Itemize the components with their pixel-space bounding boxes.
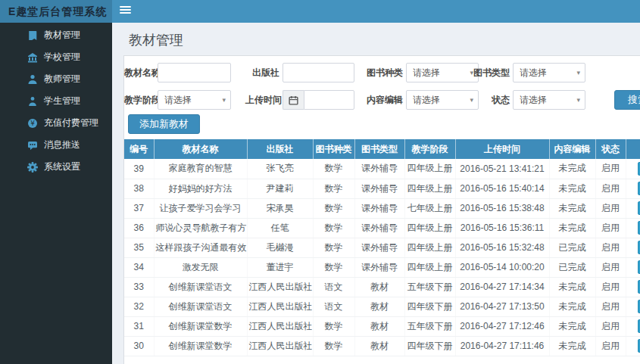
cell-status: 启用 — [595, 336, 626, 356]
cell-book-type: 课外辅导 — [354, 159, 404, 179]
textbook-table: 编号教材名称出版社图书种类图书类型教学阶段上传时间内容编辑状态 39 家庭教育的… — [124, 139, 640, 356]
cell-status: 启用 — [595, 238, 626, 257]
cell-upload-time: 2016-05-16 15:32:48 — [455, 238, 549, 257]
row-action-button[interactable] — [638, 260, 640, 274]
table-header-cell: 图书种类 — [313, 139, 354, 159]
cell-content-editor: 未完成 — [549, 297, 595, 316]
cell-publisher: 江西人民出版社 — [247, 297, 313, 316]
cell-content-editor: 未完成 — [549, 159, 595, 179]
sidebar: 教材管理 学校管理 教师管理 学生管理 — [0, 23, 112, 364]
cell-book-category: 数学 — [313, 257, 354, 277]
cell-publisher: 任笔 — [247, 218, 313, 238]
cell-book-category: 数学 — [313, 159, 354, 179]
add-textbook-button[interactable]: 添加新教材 — [128, 114, 200, 134]
book-category-select[interactable]: 请选择 ▾ — [406, 63, 479, 82]
content-editor-select[interactable]: 请选择 ▾ — [406, 90, 479, 110]
cell-book-type: 教材 — [354, 316, 404, 336]
cell-upload-time: 2016-05-21 13:41:21 — [455, 159, 549, 179]
table-row: 31 创维新课堂数学 江西人民出版社 数学 教材 五年级下册 2016-04-2… — [124, 316, 640, 336]
status-select[interactable]: 请选择 ▾ — [513, 90, 585, 110]
cell-actions — [626, 297, 640, 316]
cell-textbook-name: 创维新课堂数学 — [154, 336, 247, 356]
sidebar-menu: 教材管理 学校管理 教师管理 学生管理 — [0, 23, 112, 178]
cell-status: 启用 — [595, 198, 626, 218]
cell-actions — [626, 159, 640, 179]
settings-icon — [27, 162, 39, 173]
cell-upload-time: 2016-04-27 17:11:46 — [455, 336, 549, 356]
filter-group-teaching-stage: 教学阶段 请选择 ▾ — [124, 90, 231, 110]
sidebar-item-teacher-management[interactable]: 教师管理 — [0, 68, 112, 90]
chevron-down-icon: ▾ — [576, 91, 580, 109]
cell-actions — [626, 218, 640, 238]
cell-status: 启用 — [595, 179, 626, 198]
row-action-button[interactable] — [638, 339, 640, 353]
search-button[interactable]: 搜索 — [614, 90, 640, 110]
filter-group-textbook-name: 教材名称 — [124, 63, 231, 82]
cell-actions — [626, 198, 640, 218]
cell-teaching-stage: 四年级上册 — [404, 179, 455, 198]
filter-group-publisher: 出版社 — [245, 63, 354, 82]
cell-id: 32 — [124, 297, 154, 316]
row-action-button[interactable] — [638, 162, 640, 176]
cell-teaching-stage: 四年级上册 — [404, 257, 455, 277]
cell-content-editor: 未完成 — [549, 316, 595, 336]
cell-id: 35 — [124, 238, 154, 257]
cell-upload-time: 2016-05-16 15:40:14 — [455, 179, 549, 198]
filter-group-upload-time: 上传时间 — [245, 90, 354, 110]
table-header-cell: 内容编辑 — [549, 139, 595, 159]
page-title: 教材管理 — [129, 31, 183, 49]
cell-textbook-name: 创维新课堂语文 — [154, 277, 247, 297]
cell-book-type: 教材 — [354, 336, 404, 356]
calendar-icon[interactable] — [283, 90, 304, 110]
cell-id: 34 — [124, 257, 154, 277]
sidebar-item-school-management[interactable]: 学校管理 — [0, 46, 112, 68]
teaching-stage-value: 请选择 — [164, 95, 192, 105]
cell-upload-time: 2016-05-16 15:38:48 — [455, 198, 549, 218]
hamburger-icon[interactable] — [120, 6, 131, 16]
sidebar-item-student-management[interactable]: 学生管理 — [0, 90, 112, 112]
sidebar-item-textbook-management[interactable]: 教材管理 — [0, 24, 112, 46]
cell-content-editor: 已完成 — [549, 238, 595, 257]
sidebar-item-system-settings[interactable]: 系统设置 — [0, 156, 112, 178]
cell-book-category: 数学 — [313, 336, 354, 356]
cell-book-category: 数学 — [313, 179, 354, 198]
book-category-value: 请选择 — [413, 67, 440, 78]
row-action-button[interactable] — [638, 201, 640, 215]
table-header-cell: 出版社 — [247, 139, 313, 159]
table-header-cell: 教学阶段 — [404, 139, 455, 159]
chevron-down-icon: ▾ — [222, 91, 226, 109]
cell-upload-time: 2016-04-27 17:14:34 — [455, 277, 549, 297]
cell-book-type: 课外辅导 — [354, 198, 404, 218]
cell-book-type: 课外辅导 — [354, 179, 404, 198]
upload-time-input[interactable] — [304, 90, 354, 110]
cell-id: 38 — [124, 179, 154, 198]
sidebar-item-message-push[interactable]: 消息推送 — [0, 134, 112, 156]
textbook-name-input[interactable] — [158, 63, 231, 82]
svg-text:¥: ¥ — [30, 120, 35, 127]
cell-teaching-stage: 七年级上册 — [404, 198, 455, 218]
cell-teaching-stage: 五年级下册 — [404, 277, 455, 297]
cell-teaching-stage: 四年级下册 — [404, 297, 455, 316]
app-window: E趣堂后台管理系统 教材管理 学校管理 教师管理 — [0, 0, 640, 364]
row-action-button[interactable] — [638, 241, 640, 254]
filter-group-status: 状态 请选择 ▾ — [473, 90, 585, 110]
cell-book-type: 课外辅导 — [354, 238, 404, 257]
row-action-button[interactable] — [638, 280, 640, 294]
sidebar-item-recharge-management[interactable]: ¥ 充值付费管理 — [0, 112, 112, 134]
table-row: 38 好妈妈的好方法 尹建莉 数学 课外辅导 四年级上册 2016-05-16 … — [124, 179, 640, 198]
cell-status: 启用 — [595, 297, 626, 316]
cell-actions — [626, 179, 640, 198]
content-panel: 教材名称 出版社 图书种类 请选择 ▾ 图书类型 — [123, 55, 640, 364]
row-action-button[interactable] — [638, 182, 640, 195]
row-action-button[interactable] — [638, 221, 640, 235]
cell-status: 启用 — [595, 159, 626, 179]
row-action-button[interactable] — [638, 319, 640, 333]
book-type-select[interactable]: 请选择 ▾ — [513, 63, 585, 82]
cell-actions — [626, 277, 640, 297]
cell-status: 启用 — [595, 316, 626, 336]
cell-teaching-stage: 四年级上册 — [404, 159, 455, 179]
publisher-input[interactable] — [283, 63, 354, 82]
cell-publisher: 宋承昊 — [247, 198, 313, 218]
teaching-stage-select[interactable]: 请选择 ▾ — [158, 90, 231, 110]
row-action-button[interactable] — [638, 300, 640, 313]
